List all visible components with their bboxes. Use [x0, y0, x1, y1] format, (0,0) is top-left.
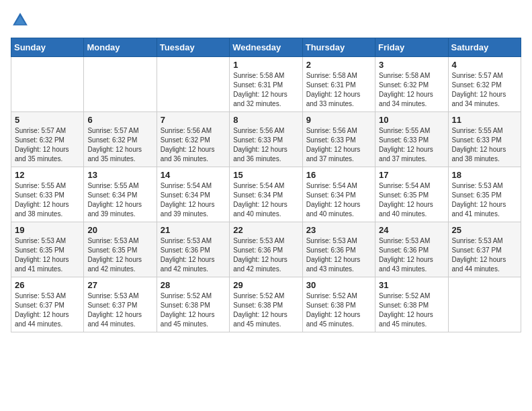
page-header	[11, 11, 521, 30]
calendar-cell: 28Sunrise: 5:52 AM Sunset: 6:38 PM Dayli…	[157, 277, 229, 332]
day-header-wednesday: Wednesday	[230, 38, 302, 57]
day-number: 14	[161, 170, 226, 180]
calendar-week-1: 1Sunrise: 5:58 AM Sunset: 6:31 PM Daylig…	[11, 57, 521, 112]
calendar-cell: 8Sunrise: 5:56 AM Sunset: 6:33 PM Daylig…	[230, 112, 302, 167]
calendar-cell: 5Sunrise: 5:57 AM Sunset: 6:32 PM Daylig…	[11, 112, 84, 167]
day-header-saturday: Saturday	[448, 38, 521, 57]
day-info: Sunrise: 5:54 AM Sunset: 6:34 PM Dayligh…	[233, 181, 298, 219]
calendar-cell	[84, 57, 157, 112]
day-info: Sunrise: 5:54 AM Sunset: 6:34 PM Dayligh…	[306, 181, 371, 219]
day-info: Sunrise: 5:57 AM Sunset: 6:32 PM Dayligh…	[87, 126, 152, 164]
day-number: 9	[306, 115, 371, 125]
day-info: Sunrise: 5:52 AM Sunset: 6:38 PM Dayligh…	[379, 291, 444, 329]
day-header-thursday: Thursday	[302, 38, 375, 57]
day-number: 16	[306, 170, 371, 180]
day-info: Sunrise: 5:57 AM Sunset: 6:32 PM Dayligh…	[452, 71, 517, 109]
calendar-cell: 23Sunrise: 5:53 AM Sunset: 6:36 PM Dayli…	[302, 222, 375, 277]
day-header-tuesday: Tuesday	[157, 38, 229, 57]
calendar-cell: 11Sunrise: 5:55 AM Sunset: 6:33 PM Dayli…	[448, 112, 521, 167]
calendar-cell: 26Sunrise: 5:53 AM Sunset: 6:37 PM Dayli…	[11, 277, 84, 332]
calendar-cell	[11, 57, 84, 112]
calendar-cell: 21Sunrise: 5:53 AM Sunset: 6:36 PM Dayli…	[157, 222, 229, 277]
day-number: 3	[379, 60, 444, 70]
day-info: Sunrise: 5:53 AM Sunset: 6:35 PM Dayligh…	[452, 181, 517, 219]
calendar-cell: 17Sunrise: 5:54 AM Sunset: 6:35 PM Dayli…	[375, 167, 448, 222]
calendar-table: SundayMondayTuesdayWednesdayThursdayFrid…	[11, 38, 521, 332]
calendar-cell: 18Sunrise: 5:53 AM Sunset: 6:35 PM Dayli…	[448, 167, 521, 222]
calendar-cell: 24Sunrise: 5:53 AM Sunset: 6:36 PM Dayli…	[375, 222, 448, 277]
day-info: Sunrise: 5:52 AM Sunset: 6:38 PM Dayligh…	[233, 291, 298, 329]
day-number: 30	[306, 280, 371, 290]
day-info: Sunrise: 5:53 AM Sunset: 6:37 PM Dayligh…	[15, 291, 80, 329]
day-info: Sunrise: 5:54 AM Sunset: 6:35 PM Dayligh…	[379, 181, 444, 219]
calendar-cell: 19Sunrise: 5:53 AM Sunset: 6:35 PM Dayli…	[11, 222, 84, 277]
logo-icon	[11, 11, 30, 30]
day-number: 25	[452, 225, 517, 235]
day-info: Sunrise: 5:56 AM Sunset: 6:33 PM Dayligh…	[306, 126, 371, 164]
day-info: Sunrise: 5:56 AM Sunset: 6:33 PM Dayligh…	[233, 126, 298, 164]
calendar-cell: 12Sunrise: 5:55 AM Sunset: 6:33 PM Dayli…	[11, 167, 84, 222]
day-number: 7	[161, 115, 226, 125]
day-info: Sunrise: 5:55 AM Sunset: 6:33 PM Dayligh…	[452, 126, 517, 164]
day-number: 15	[233, 170, 298, 180]
day-header-sunday: Sunday	[11, 38, 84, 57]
day-info: Sunrise: 5:53 AM Sunset: 6:35 PM Dayligh…	[15, 236, 80, 274]
day-number: 22	[233, 225, 298, 235]
calendar-cell: 10Sunrise: 5:55 AM Sunset: 6:33 PM Dayli…	[375, 112, 448, 167]
calendar-cell: 15Sunrise: 5:54 AM Sunset: 6:34 PM Dayli…	[230, 167, 302, 222]
day-info: Sunrise: 5:56 AM Sunset: 6:32 PM Dayligh…	[161, 126, 226, 164]
day-number: 31	[379, 280, 444, 290]
day-info: Sunrise: 5:53 AM Sunset: 6:36 PM Dayligh…	[161, 236, 226, 274]
day-header-monday: Monday	[84, 38, 157, 57]
day-number: 20	[87, 225, 152, 235]
calendar-cell: 29Sunrise: 5:52 AM Sunset: 6:38 PM Dayli…	[230, 277, 302, 332]
calendar-cell: 4Sunrise: 5:57 AM Sunset: 6:32 PM Daylig…	[448, 57, 521, 112]
day-info: Sunrise: 5:57 AM Sunset: 6:32 PM Dayligh…	[15, 126, 80, 164]
day-number: 11	[452, 115, 517, 125]
calendar-cell: 6Sunrise: 5:57 AM Sunset: 6:32 PM Daylig…	[84, 112, 157, 167]
calendar-cell: 25Sunrise: 5:53 AM Sunset: 6:37 PM Dayli…	[448, 222, 521, 277]
day-info: Sunrise: 5:52 AM Sunset: 6:38 PM Dayligh…	[161, 291, 226, 329]
calendar-week-3: 12Sunrise: 5:55 AM Sunset: 6:33 PM Dayli…	[11, 167, 521, 222]
day-info: Sunrise: 5:55 AM Sunset: 6:33 PM Dayligh…	[379, 126, 444, 164]
day-number: 1	[233, 60, 298, 70]
calendar-cell: 20Sunrise: 5:53 AM Sunset: 6:35 PM Dayli…	[84, 222, 157, 277]
calendar-cell: 2Sunrise: 5:58 AM Sunset: 6:31 PM Daylig…	[302, 57, 375, 112]
day-info: Sunrise: 5:58 AM Sunset: 6:31 PM Dayligh…	[306, 71, 371, 109]
day-info: Sunrise: 5:58 AM Sunset: 6:31 PM Dayligh…	[233, 71, 298, 109]
day-number: 2	[306, 60, 371, 70]
day-number: 13	[87, 170, 152, 180]
calendar-cell: 31Sunrise: 5:52 AM Sunset: 6:38 PM Dayli…	[375, 277, 448, 332]
day-info: Sunrise: 5:55 AM Sunset: 6:34 PM Dayligh…	[87, 181, 152, 219]
day-number: 19	[15, 225, 80, 235]
day-number: 27	[87, 280, 152, 290]
calendar-week-2: 5Sunrise: 5:57 AM Sunset: 6:32 PM Daylig…	[11, 112, 521, 167]
day-number: 23	[306, 225, 371, 235]
day-info: Sunrise: 5:53 AM Sunset: 6:35 PM Dayligh…	[87, 236, 152, 274]
day-info: Sunrise: 5:53 AM Sunset: 6:37 PM Dayligh…	[87, 291, 152, 329]
day-number: 12	[15, 170, 80, 180]
day-number: 17	[379, 170, 444, 180]
day-info: Sunrise: 5:58 AM Sunset: 6:32 PM Dayligh…	[379, 71, 444, 109]
day-number: 21	[161, 225, 226, 235]
day-info: Sunrise: 5:53 AM Sunset: 6:36 PM Dayligh…	[306, 236, 371, 274]
day-number: 26	[15, 280, 80, 290]
calendar-header-row: SundayMondayTuesdayWednesdayThursdayFrid…	[11, 38, 521, 57]
day-info: Sunrise: 5:53 AM Sunset: 6:36 PM Dayligh…	[379, 236, 444, 274]
day-info: Sunrise: 5:52 AM Sunset: 6:38 PM Dayligh…	[306, 291, 371, 329]
day-number: 4	[452, 60, 517, 70]
day-number: 5	[15, 115, 80, 125]
calendar-week-5: 26Sunrise: 5:53 AM Sunset: 6:37 PM Dayli…	[11, 277, 521, 332]
day-info: Sunrise: 5:53 AM Sunset: 6:36 PM Dayligh…	[233, 236, 298, 274]
day-header-friday: Friday	[375, 38, 448, 57]
calendar-cell: 27Sunrise: 5:53 AM Sunset: 6:37 PM Dayli…	[84, 277, 157, 332]
day-info: Sunrise: 5:54 AM Sunset: 6:34 PM Dayligh…	[161, 181, 226, 219]
day-info: Sunrise: 5:53 AM Sunset: 6:37 PM Dayligh…	[452, 236, 517, 274]
calendar-cell: 9Sunrise: 5:56 AM Sunset: 6:33 PM Daylig…	[302, 112, 375, 167]
calendar-cell: 22Sunrise: 5:53 AM Sunset: 6:36 PM Dayli…	[230, 222, 302, 277]
calendar-cell: 14Sunrise: 5:54 AM Sunset: 6:34 PM Dayli…	[157, 167, 229, 222]
calendar-cell: 1Sunrise: 5:58 AM Sunset: 6:31 PM Daylig…	[230, 57, 302, 112]
calendar-cell: 16Sunrise: 5:54 AM Sunset: 6:34 PM Dayli…	[302, 167, 375, 222]
calendar-cell: 30Sunrise: 5:52 AM Sunset: 6:38 PM Dayli…	[302, 277, 375, 332]
calendar-cell	[448, 277, 521, 332]
